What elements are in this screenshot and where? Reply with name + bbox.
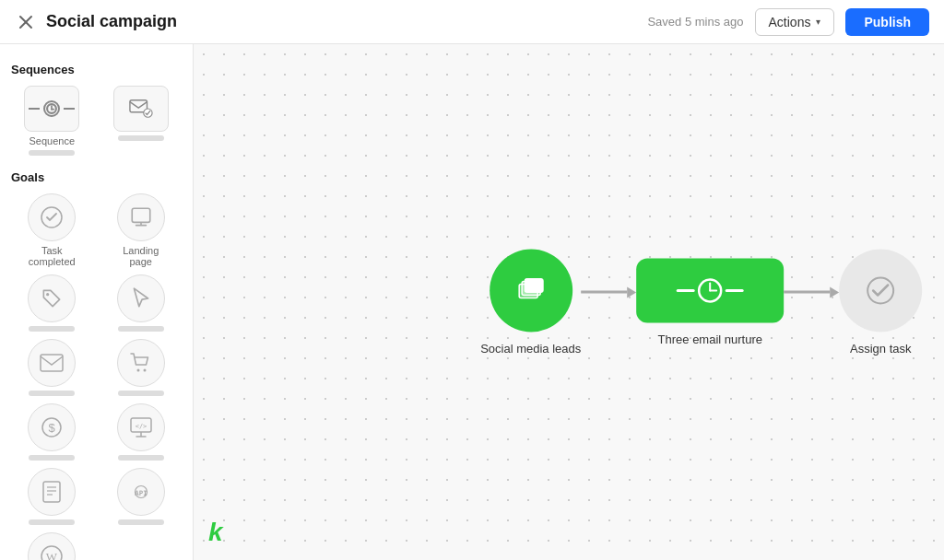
cursor-label-bar xyxy=(118,326,164,332)
svg-text:</>: </> xyxy=(135,423,147,430)
sidebar-item-news[interactable] xyxy=(11,468,93,525)
api-label-bar xyxy=(118,519,164,525)
sidebar-item-landing-page[interactable]: Landingpage xyxy=(100,193,183,267)
sequences-section-title: Sequences xyxy=(11,63,182,76)
flow-diagram: Social media leads xyxy=(480,250,922,356)
sidebar-item-email-check[interactable] xyxy=(100,86,183,156)
main-layout: Sequences xyxy=(0,44,944,560)
sidebar-item-wordpress[interactable]: W xyxy=(11,532,93,560)
wordpress-icon: W xyxy=(28,532,76,560)
landing-page-label: Landingpage xyxy=(123,245,159,267)
goals-grid: Taskcompleted Landingpage xyxy=(11,193,182,560)
sidebar-item-tag[interactable] xyxy=(11,274,93,332)
arrow-1 xyxy=(581,286,636,298)
cart-icon xyxy=(117,339,165,387)
email-check-label-bar xyxy=(118,135,164,141)
close-button[interactable] xyxy=(15,11,37,33)
svg-text:W: W xyxy=(46,550,58,560)
sidebar-item-sequence[interactable]: Sequence xyxy=(11,86,93,156)
social-media-leads-node[interactable]: Social media leads xyxy=(480,250,581,356)
chevron-down-icon: ▾ xyxy=(816,17,820,27)
sidebar-item-api[interactable]: API xyxy=(100,468,183,525)
sidebar-item-monitor[interactable]: </> xyxy=(100,403,183,461)
goals-section-title: Goals xyxy=(11,170,182,184)
assign-task-node[interactable]: Assign task xyxy=(839,250,922,356)
actions-button[interactable]: Actions ▾ xyxy=(755,8,835,36)
dollar-icon: $ xyxy=(28,403,76,451)
social-media-leads-label: Social media leads xyxy=(480,342,581,356)
sidebar-item-cursor[interactable] xyxy=(100,274,183,332)
task-completed-label: Taskcompleted xyxy=(29,245,76,267)
svg-point-11 xyxy=(46,293,49,296)
sidebar-item-cart[interactable] xyxy=(100,339,183,396)
sequence-label: Sequence xyxy=(29,135,75,146)
news-icon xyxy=(28,468,76,516)
svg-rect-12 xyxy=(41,355,63,371)
email-label-bar xyxy=(29,391,75,396)
monitor-icon: </> xyxy=(117,403,165,451)
dollar-label-bar xyxy=(29,455,75,461)
sequence-icon-box xyxy=(24,86,79,132)
monitor-label-bar xyxy=(118,455,164,461)
social-media-leads-icon xyxy=(490,250,572,332)
email-check-icon-box xyxy=(113,86,169,132)
header: Social campaign Saved 5 mins ago Actions… xyxy=(0,0,944,44)
email-icon xyxy=(28,339,76,387)
landing-page-icon xyxy=(117,193,165,241)
header-right: Saved 5 mins ago Actions ▾ Publish xyxy=(647,8,929,36)
svg-text:$: $ xyxy=(49,421,56,435)
svg-rect-31 xyxy=(525,279,543,293)
sidebar-item-email[interactable] xyxy=(11,339,93,396)
arrow-2 xyxy=(784,286,839,298)
cart-label-bar xyxy=(118,391,164,396)
svg-rect-8 xyxy=(132,208,150,222)
sequences-grid: Sequence xyxy=(11,86,182,156)
svg-rect-21 xyxy=(43,482,60,502)
page-title: Social campaign xyxy=(46,12,177,31)
svg-point-14 xyxy=(143,369,146,372)
tag-label-bar xyxy=(29,326,75,332)
assign-task-label: Assign task xyxy=(850,342,911,356)
header-left: Social campaign xyxy=(15,11,177,33)
flow-canvas[interactable]: Social media leads xyxy=(194,44,944,560)
news-label-bar xyxy=(29,519,75,525)
svg-point-37 xyxy=(867,278,893,304)
sidebar: Sequences xyxy=(0,44,194,560)
sidebar-item-task-completed[interactable]: Taskcompleted xyxy=(11,193,93,267)
assign-task-icon xyxy=(839,250,922,332)
three-email-nurture-icon xyxy=(636,259,784,323)
three-email-nurture-node[interactable]: Three email nurture xyxy=(636,259,784,346)
three-email-nurture-label: Three email nurture xyxy=(658,332,762,346)
tag-icon xyxy=(28,274,76,322)
api-icon: API xyxy=(117,468,165,516)
task-completed-icon xyxy=(28,193,76,241)
svg-point-13 xyxy=(136,369,139,372)
cursor-icon xyxy=(117,274,165,322)
publish-button[interactable]: Publish xyxy=(845,8,929,36)
saved-status: Saved 5 mins ago xyxy=(647,15,743,29)
sequence-label-bar xyxy=(29,150,75,156)
keap-logo: k xyxy=(208,518,223,547)
sidebar-item-dollar[interactable]: $ xyxy=(11,403,93,461)
